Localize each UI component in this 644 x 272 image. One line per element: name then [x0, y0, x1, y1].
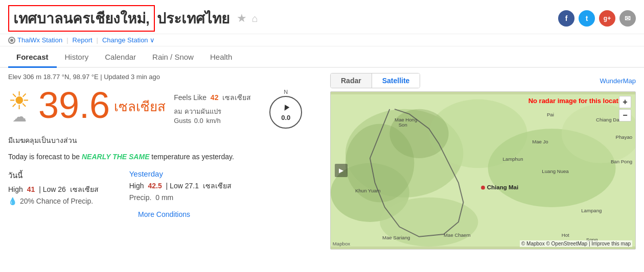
today-yesterday-section: วันนี้ High 41 | Low 26 เซลเซียส 💧 20% C… — [8, 169, 320, 205]
twitter-button[interactable]: t — [579, 10, 595, 27]
today-low-unit: เซลเซียส — [70, 185, 99, 193]
favorite-star-icon[interactable]: ★ — [237, 12, 247, 25]
no-radar-message: No radar image for this location. — [528, 97, 630, 105]
more-conditions-link[interactable]: More Conditions — [138, 210, 190, 218]
zoom-out-button[interactable]: − — [619, 109, 631, 121]
map-container: Chiang Mai Mae Hong Son Khun Yuam Mae Ch… — [330, 91, 636, 250]
weather-icon: ☀ ☁ — [8, 89, 30, 125]
feels-wind-block: Feels Like 42 เซลเซียส ลม ความผันแปร Gus… — [174, 92, 251, 125]
svg-text:Mae Hong: Mae Hong — [395, 117, 417, 122]
feels-like-row: Feels Like 42 เซลเซียส — [174, 92, 251, 103]
facebook-button[interactable]: f — [558, 10, 574, 27]
tab-calendar[interactable]: Calendar — [97, 47, 144, 68]
gusts-val: 0.0 — [194, 117, 203, 125]
yesterday-low-label: | Low — [166, 182, 185, 190]
svg-text:Son: Son — [399, 122, 407, 128]
forecast-text: Today is forecast to be NEARLY THE SAME … — [8, 151, 320, 162]
svg-text:Mae Jo: Mae Jo — [532, 139, 548, 144]
elevation-bar: Elev 306 m 18.77 °N, 98.97 °E | Updated … — [8, 73, 320, 81]
today-low-val: 26 — [58, 185, 66, 193]
yesterday-label: Yesterday — [129, 169, 232, 178]
svg-text:Luang Nuea: Luang Nuea — [542, 168, 569, 174]
wind-label-row: ลม ความผันแปร — [174, 106, 251, 117]
feels-like-temp: 42 — [211, 93, 219, 102]
today-label: วันนี้ — [8, 169, 99, 182]
compass-dial: ▲ 0.0 — [269, 96, 302, 129]
zoom-in-button[interactable]: + — [619, 96, 631, 108]
yesterday-precip-label: Precip. — [129, 193, 152, 202]
map-tab-satellite[interactable]: Satellite — [372, 73, 420, 88]
today-high-val: 41 — [27, 185, 35, 193]
googleplus-button[interactable]: g+ — [599, 10, 615, 27]
tab-history[interactable]: History — [57, 47, 97, 68]
svg-text:Mae Sariang: Mae Sariang — [382, 235, 410, 240]
svg-text:Chiang Dao: Chiang Dao — [596, 117, 622, 122]
map-play-button[interactable]: ▶ — [335, 164, 348, 177]
home-icon[interactable]: ⌂ — [252, 13, 258, 24]
email-button[interactable]: ✉ — [619, 10, 636, 27]
svg-text:Khun Yuam: Khun Yuam — [355, 188, 381, 193]
today-block: วันนี้ High 41 | Low 26 เซลเซียส 💧 20% C… — [8, 169, 99, 205]
cloud-icon: ☁ — [12, 108, 27, 125]
feels-like-label: Feels Like — [174, 93, 206, 102]
yesterday-high-val: 42.5 — [148, 182, 162, 190]
svg-text:Pai: Pai — [547, 112, 554, 117]
today-temps-row: High 41 | Low 26 เซลเซียส — [8, 184, 99, 195]
yesterday-precip-row: Precip. 0 mm — [129, 193, 232, 202]
forecast-highlight: NEARLY THE SAME — [82, 153, 150, 161]
temperature-unit: เซลเซียส — [114, 96, 166, 117]
station-radio-icon — [8, 37, 15, 44]
report-link[interactable]: Report — [73, 36, 93, 44]
svg-text:Lampang: Lampang — [581, 208, 602, 213]
station-title-rest: ประเทศไทย — [155, 6, 232, 31]
subnav: ThaiWx Station | Report | Change Station… — [0, 34, 644, 46]
svg-text:Ban Pong: Ban Pong — [611, 159, 632, 164]
social-icons: f t g+ ✉ — [558, 10, 636, 27]
yesterday-block: Yesterday High 42.5 | Low 27.1 เซลเซียส … — [129, 169, 232, 205]
thaiwx-station-link[interactable]: ThaiWx Station — [17, 36, 62, 44]
tabs: Forecast History Calendar Rain / Snow He… — [0, 47, 644, 68]
wundermap-link[interactable]: WunderMap — [600, 77, 636, 85]
svg-text:Mapbox: Mapbox — [333, 241, 350, 246]
map-tab-radar[interactable]: Radar — [331, 73, 372, 88]
right-panel: Radar Satellite WunderMap — [330, 73, 636, 250]
gusts-row: Gusts 0.0 km/h — [174, 117, 251, 125]
temperature-block: 39.6 เซลเซียส — [38, 87, 166, 123]
map-zoom-controls: + − — [619, 96, 631, 121]
gusts-label: Gusts — [174, 117, 191, 125]
compass-arrow-icon: ▲ — [279, 102, 292, 115]
compass-north-label: N — [269, 89, 302, 95]
subnav-sep-2: | — [97, 36, 98, 44]
condition-description: มีเมฆคลุมเป็นบางส่วน — [8, 135, 320, 146]
map-credit: © Mapbox © OpenStreetMap | Improve this … — [520, 240, 632, 247]
tab-forecast[interactable]: Forecast — [8, 47, 57, 68]
yesterday-low-unit: เซลเซียส — [203, 182, 232, 190]
more-conditions-section: More Conditions — [8, 210, 320, 218]
svg-text:Phayao: Phayao — [616, 134, 633, 140]
map-header: Radar Satellite WunderMap — [330, 73, 636, 88]
tab-health[interactable]: Health — [202, 47, 240, 68]
left-panel: Elev 306 m 18.77 °N, 98.97 °E | Updated … — [8, 73, 320, 250]
change-station-link[interactable]: Change Station ∨ — [102, 36, 155, 44]
tab-rainsnow[interactable]: Rain / Snow — [144, 47, 202, 68]
today-precip-row: 💧 20% Chance of Precip. — [8, 197, 99, 205]
today-precip-label: 20% Chance of Precip. — [20, 197, 93, 205]
today-high-label: High — [8, 185, 23, 193]
svg-text:Chiang Mai: Chiang Mai — [487, 184, 518, 190]
station-title-highlighted: เทศบาลนครเชียงใหม่, — [8, 5, 155, 32]
precip-icon: 💧 — [8, 197, 17, 205]
svg-text:Mae Chaem: Mae Chaem — [444, 232, 470, 238]
yesterday-high-label: High — [129, 182, 144, 190]
map-svg: Chiang Mai Mae Hong Son Khun Yuam Mae Ch… — [331, 92, 635, 249]
yesterday-temps-row: High 42.5 | Low 27.1 เซลเซียส — [129, 180, 232, 191]
svg-point-9 — [481, 186, 485, 190]
gusts-unit: km/h — [206, 117, 220, 125]
forecast-text-before: Today is forecast to be — [8, 153, 82, 161]
wind-compass-block: N ▲ 0.0 — [269, 89, 302, 129]
yesterday-precip-val: 0 mm — [155, 193, 173, 202]
compass-container: N ▲ 0.0 — [269, 89, 302, 129]
main-content: Elev 306 m 18.77 °N, 98.97 °E | Updated … — [0, 68, 644, 255]
today-low-label: | Low — [39, 185, 58, 193]
feels-like-unit: เซลเซียส — [222, 93, 251, 102]
header-left: เทศบาลนครเชียงใหม่, ประเทศไทย ★ ⌂ — [8, 5, 258, 32]
